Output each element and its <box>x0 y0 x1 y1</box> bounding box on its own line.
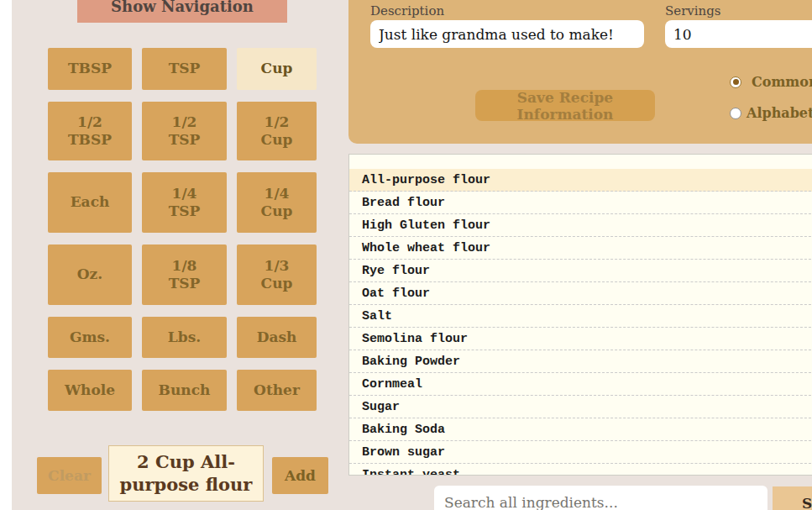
sort-common-radio[interactable]: Common <box>730 74 812 90</box>
unit-button-1-2-tbsp[interactable]: 1/2 TBSP <box>48 102 132 160</box>
unit-button-oz[interactable]: Oz. <box>48 244 132 305</box>
recipe-app-window: Show Navigation TBSPTSPCup1/2 TBSP1/2 TS… <box>0 0 812 510</box>
servings-label: Servings <box>665 3 721 18</box>
ingredient-row[interactable]: Brown sugar <box>349 441 812 464</box>
ingredient-row[interactable]: Rye flour <box>349 260 812 282</box>
main-content-area: Show Navigation TBSPTSPCup1/2 TBSP1/2 TS… <box>12 0 812 510</box>
unit-button-1-4-tsp[interactable]: 1/4 TSP <box>142 172 227 233</box>
ingredient-row[interactable]: Salt <box>349 305 812 328</box>
unit-button-whole[interactable]: Whole <box>48 370 132 411</box>
add-button[interactable]: Add <box>272 457 328 494</box>
radio-selected-icon <box>730 76 741 88</box>
sort-alphabetic-label: Alphabetic <box>747 105 812 121</box>
show-navigation-button[interactable]: Show Navigation <box>77 0 287 23</box>
unit-button-tsp[interactable]: TSP <box>142 48 227 90</box>
unit-button-1-3-cup[interactable]: 1/3 Cup <box>237 244 317 305</box>
unit-button-1-4-cup[interactable]: 1/4 Cup <box>237 172 317 233</box>
sort-alphabetic-radio[interactable]: Alphabetic <box>730 105 812 121</box>
servings-input[interactable] <box>665 20 812 48</box>
unit-button-tbsp[interactable]: TBSP <box>48 48 132 90</box>
ingredient-row[interactable]: Bread flour <box>349 192 812 214</box>
ingredient-row[interactable]: Baking Soda <box>349 418 812 441</box>
description-input[interactable] <box>370 20 644 48</box>
unit-button-lbs[interactable]: Lbs. <box>142 317 227 358</box>
unit-button-1-2-cup[interactable]: 1/2 Cup <box>237 102 317 160</box>
search-button[interactable]: Search <box>773 486 812 510</box>
unit-button-dash[interactable]: Dash <box>237 317 317 358</box>
ingredient-row[interactable]: All-purpose flour <box>349 169 812 192</box>
unit-button-pad: TBSPTSPCup1/2 TBSP1/2 TSP1/2 CupEach1/4 … <box>48 48 317 411</box>
ingredient-row[interactable]: High Gluten flour <box>349 214 812 237</box>
description-label: Description <box>370 3 444 18</box>
unit-button-gms[interactable]: Gms. <box>48 317 132 358</box>
unit-button-bunch[interactable]: Bunch <box>142 370 227 411</box>
unit-button-1-8-tsp[interactable]: 1/8 TSP <box>142 244 227 305</box>
unit-button-1-2-tsp[interactable]: 1/2 TSP <box>142 102 227 160</box>
ingredient-row[interactable]: Cornmeal <box>349 373 812 396</box>
unit-button-other[interactable]: Other <box>237 370 317 411</box>
current-entry-display: 2 Cup All-purpose flour <box>108 445 264 502</box>
clear-button[interactable]: Clear <box>37 457 102 494</box>
ingredient-row[interactable]: Baking Powder <box>349 350 812 373</box>
ingredient-row[interactable]: Sugar <box>349 396 812 418</box>
save-recipe-button[interactable]: Save Recipe Information <box>475 90 655 121</box>
ingredient-list: All-purpose flourBread flourHigh Gluten … <box>348 154 812 476</box>
unit-button-cup[interactable]: Cup <box>237 48 317 90</box>
ingredient-row[interactable]: Instant yeast <box>349 464 812 476</box>
ingredient-row[interactable]: Semolina flour <box>349 328 812 350</box>
search-input[interactable] <box>434 486 767 510</box>
unit-button-each[interactable]: Each <box>48 172 132 233</box>
sort-common-label: Common <box>752 74 812 90</box>
ingredient-row[interactable]: Oat flour <box>349 282 812 305</box>
ingredient-row[interactable]: Whole wheat flour <box>349 237 812 260</box>
radio-unselected-icon <box>730 108 741 119</box>
